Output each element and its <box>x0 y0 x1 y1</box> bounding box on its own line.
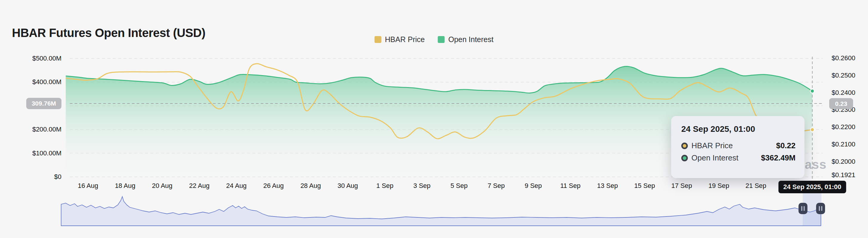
tooltip-rows: HBAR Price$0.22Open Interest$362.49M <box>681 141 796 162</box>
navigator-handle-right[interactable] <box>816 203 825 214</box>
crosshair-date-pill: 24 Sep 2025, 01:00 <box>778 181 846 193</box>
tooltip-series-label: HBAR Price <box>691 141 733 150</box>
series-dot-icon <box>681 143 688 149</box>
series-dot-icon <box>681 155 688 161</box>
tooltip-series-value: $362.49M <box>761 153 796 162</box>
open-interest-crosshair-badge: 309.76M <box>26 98 61 109</box>
price-crosshair-badge: 0.23 <box>829 98 853 109</box>
navigator-handle-left[interactable] <box>799 203 807 214</box>
chart-page: HBAR Futures Open Interest (USD) HBAR Pr… <box>0 0 868 238</box>
tooltip-row: HBAR Price$0.22 <box>681 141 796 150</box>
tooltip-title: 24 Sep 2025, 01:00 <box>681 124 796 134</box>
tooltip-row: Open Interest$362.49M <box>681 153 796 162</box>
chart-tooltip: 24 Sep 2025, 01:00 HBAR Price$0.22Open I… <box>671 116 804 178</box>
tooltip-series-value: $0.22 <box>776 141 796 150</box>
navigator-area[interactable] <box>61 197 821 226</box>
tooltip-series-label: Open Interest <box>691 153 739 162</box>
